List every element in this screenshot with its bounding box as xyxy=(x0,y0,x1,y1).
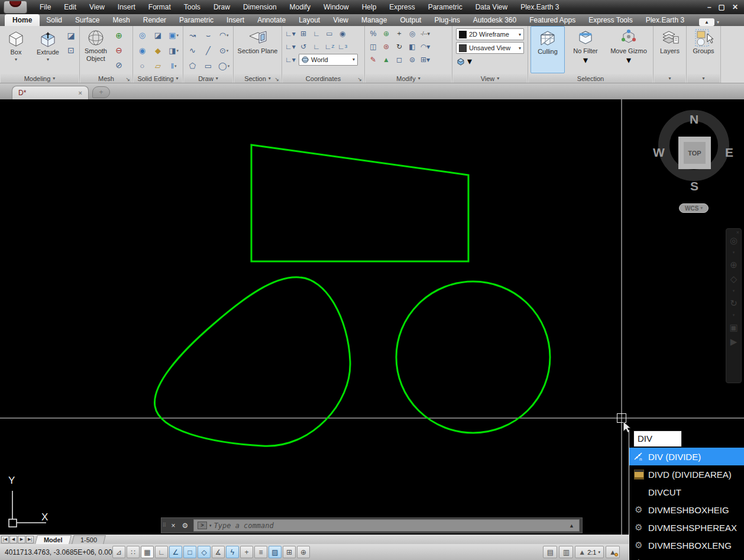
quick-view-layouts-button[interactable]: ▥ xyxy=(559,546,573,558)
file-tab-close-icon[interactable]: × xyxy=(79,89,82,96)
steering-wheel-icon[interactable]: ◎ xyxy=(730,236,737,245)
lineweight-toggle[interactable]: ≡ xyxy=(254,546,267,558)
panel-label-coordinates[interactable]: Coordinates ↘ xyxy=(283,74,364,83)
named-view-dropdown[interactable]: Unsaved View ▾ xyxy=(456,42,524,54)
3d-align-button[interactable]: ▲ xyxy=(380,53,393,66)
panel-label-groups[interactable]: ▾ xyxy=(687,74,720,83)
menu-data-view[interactable]: Data View xyxy=(469,1,514,13)
fillet-button[interactable]: ◠▾ xyxy=(419,40,432,53)
command-line-wrench-icon[interactable]: ⚙ xyxy=(179,522,191,530)
ribbon-minimize-button[interactable]: ▲ ▾ xyxy=(699,18,719,26)
ucs-zaxis-button[interactable]: ∟Z xyxy=(323,40,336,53)
move-gizmo-button[interactable]: Move Gizmo ▾ xyxy=(606,26,651,73)
quick-properties-toggle[interactable]: ⊞ xyxy=(283,546,296,558)
ucs-x-button[interactable]: ∟▾ xyxy=(284,40,297,53)
interfere-button[interactable]: ▣▾ xyxy=(166,28,182,43)
circle-button[interactable]: ⊙▾ xyxy=(216,43,232,58)
suggestion-divmeshboxheight[interactable]: ⚙ DIVMESHBOXHEIG xyxy=(629,501,744,519)
panel-label-solid-editing[interactable]: Solid Editing ▾ xyxy=(134,74,182,83)
annotation-scale-dropdown[interactable]: ▲ 2:1 ▾ xyxy=(575,546,604,558)
viewport-config-button[interactable]: ▾ xyxy=(456,56,524,67)
panel-label-draw[interactable]: Draw ▾ xyxy=(184,74,232,83)
navbar-close-icon[interactable]: × xyxy=(736,229,739,235)
move-button[interactable]: ＋ xyxy=(393,27,406,40)
separate-button[interactable]: ‖▾ xyxy=(166,59,182,73)
mesh-smooth-less-button[interactable]: ⊖ xyxy=(112,43,126,57)
selection-cycling-toggle[interactable]: ⊕ xyxy=(297,546,310,558)
3d-move-button[interactable]: ⊕ xyxy=(380,27,393,40)
section-plane-button[interactable]: Section Plane xyxy=(237,26,279,73)
suggestion-divmeshboxlength[interactable]: ⚙ DIVMESHBOXLENG xyxy=(629,536,744,554)
tab-home[interactable]: Home xyxy=(5,14,40,26)
suggestion-divmeshsphereaxis[interactable]: ⚙ DIVMESHSPHEREAX xyxy=(629,519,744,536)
menu-modify[interactable]: Modify xyxy=(283,1,317,13)
new-drawing-tab-button[interactable]: + xyxy=(92,86,110,98)
grid-display-toggle[interactable]: ▦ xyxy=(141,546,154,558)
suggestion-divcut[interactable]: DIVCUT xyxy=(629,483,744,501)
tab-render[interactable]: Render xyxy=(137,14,173,26)
play-icon[interactable]: ▶ xyxy=(730,337,737,346)
object-snap-toggle[interactable]: □ xyxy=(183,546,196,558)
culling-button[interactable]: Culling xyxy=(530,26,565,73)
intersect-button[interactable]: ◉ xyxy=(134,43,150,58)
smooth-object-button[interactable]: Smooth Object xyxy=(80,26,112,73)
wcs-dropdown[interactable]: WCS ▾ xyxy=(679,203,709,213)
panel-label-modeling[interactable]: Modeling ▾ xyxy=(1,74,79,83)
tab-annotate[interactable]: Annotate xyxy=(251,14,292,26)
dialog-launcher-icon[interactable]: ↘ xyxy=(125,76,130,82)
ucs-name-dropdown[interactable]: World ▾ xyxy=(299,54,358,66)
erase-button[interactable]: ✎ xyxy=(367,53,380,66)
array-button[interactable]: ⊞▾ xyxy=(419,53,432,66)
viewcube-west[interactable]: W xyxy=(653,145,665,160)
ucs-object-button[interactable]: ◉ xyxy=(336,27,349,40)
menu-draw[interactable]: Draw xyxy=(207,1,237,13)
tab-view[interactable]: View xyxy=(326,14,355,26)
tab-insert[interactable]: Insert xyxy=(220,14,251,26)
clean-button[interactable]: ▱ xyxy=(150,59,166,73)
rotate-button[interactable]: ↻ xyxy=(393,40,406,53)
tab-featured-apps[interactable]: Featured Apps xyxy=(523,14,582,26)
scale-button[interactable]: ◻ xyxy=(393,53,406,66)
annotation-visibility-button[interactable]: ▲ xyxy=(606,546,620,558)
snap-mode-toggle[interactable]: ∷ xyxy=(127,546,140,558)
polar-tracking-toggle[interactable]: ∠ xyxy=(169,546,182,558)
polysolid-button[interactable]: ◪ xyxy=(64,28,78,42)
file-tab-active[interactable]: D* × xyxy=(12,86,89,99)
panel-label-selection[interactable]: Selection xyxy=(529,74,652,83)
command-history-up-icon[interactable]: ▲ xyxy=(569,523,575,529)
restore-button[interactable]: ▢ xyxy=(719,4,725,11)
app-logo-button[interactable] xyxy=(4,1,27,14)
tab-parametric[interactable]: Parametric xyxy=(173,14,220,26)
rectangle-button[interactable]: ▭ xyxy=(200,59,216,73)
union-button[interactable]: ◎ xyxy=(134,28,150,43)
showmotion-icon[interactable]: ▣ xyxy=(729,323,737,332)
tab-manage[interactable]: Manage xyxy=(355,14,393,26)
menu-edit[interactable]: Edit xyxy=(57,1,83,13)
ucs-view-button[interactable]: ▭ xyxy=(323,27,336,40)
viewcube-top-face[interactable]: TOP xyxy=(678,137,711,169)
spline-button[interactable]: ∿ xyxy=(185,43,200,58)
menu-file[interactable]: File xyxy=(33,1,57,13)
pan-icon[interactable]: ⊕ xyxy=(730,260,737,269)
tab-layout[interactable]: Layout xyxy=(292,14,326,26)
menu-view[interactable]: View xyxy=(83,1,111,13)
panel-label-view[interactable]: View ▾ xyxy=(453,74,527,83)
viewcube-north[interactable]: N xyxy=(690,112,698,127)
offset-button[interactable]: ⊜ xyxy=(406,53,419,66)
dialog-launcher-icon[interactable]: ↘ xyxy=(274,76,279,82)
command-line-close-icon[interactable]: × xyxy=(167,522,179,530)
3d-scale-button[interactable]: ⊛ xyxy=(380,40,393,53)
3d-object-snap-toggle[interactable]: ◇ xyxy=(198,546,211,558)
navigation-bar[interactable]: × ◎ ▾ ⊕ ◇ ▾ ↻ ▾ ▣ ▶ xyxy=(726,228,742,383)
tab-solid[interactable]: Solid xyxy=(40,14,69,26)
command-line-bar[interactable]: ⠿ × ⚙ > ▾ Type a command ▲ xyxy=(161,517,583,533)
polygon-button[interactable]: ⬠ xyxy=(185,59,200,73)
ucs-face-button[interactable]: ∟▾ xyxy=(284,53,297,66)
panel-label-section[interactable]: Section ▾ ↘ xyxy=(234,74,281,83)
zoom-icon[interactable]: ◇ xyxy=(730,274,737,283)
tab-plexearth3[interactable]: Plex.Earth 3 xyxy=(639,14,691,26)
infer-constraints-toggle[interactable]: ⊿ xyxy=(112,546,125,558)
suggestion-div-divide[interactable]: n DIV (DIVIDE) xyxy=(629,448,744,465)
ucs-origin-button[interactable]: ∟ xyxy=(310,40,323,53)
command-popup-input[interactable]: DIV xyxy=(633,430,682,447)
